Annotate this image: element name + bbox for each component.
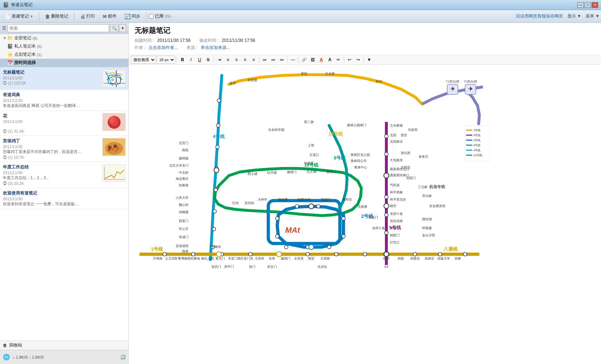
toolbar-separator-3 <box>146 12 146 21</box>
align-indent-button[interactable]: ⇥ <box>215 56 223 64</box>
new-note-button[interactable]: 📄 新建笔记 ▼ <box>1 12 36 21</box>
svg-text:回龙观: 回龙观 <box>248 78 257 82</box>
svg-text:八通线: 八通线 <box>443 246 458 252</box>
hr-button[interactable]: — <box>289 56 297 64</box>
note-date-4: 2011/11/30 <box>3 144 100 149</box>
svg-point-43 <box>438 252 442 256</box>
strikethrough-button[interactable]: S <box>204 56 212 64</box>
webpage-clip-link[interactable]: 试试用网页剪报保存网页 <box>516 13 563 19</box>
redo-button[interactable]: ↪ <box>354 56 362 64</box>
bold-button[interactable]: B <box>179 56 186 64</box>
note-item-5[interactable]: 年度工作总结 2011/11/30 年度工作总结：1... 2... 3... … <box>0 162 128 188</box>
source-value[interactable]: 单击添加来源... <box>201 45 230 50</box>
sidebar-refresh-icon[interactable]: 🔄 <box>121 355 126 359</box>
usage-checkbox[interactable] <box>149 14 153 19</box>
font-size-select[interactable]: 18 px 12 px 14 px <box>157 56 175 64</box>
svg-text:崔各庄: 崔各庄 <box>419 155 428 158</box>
minimize-button[interactable]: — <box>577 2 584 8</box>
sidebar-item-private-notes[interactable]: 📓 私人笔记本 (5) <box>0 42 128 50</box>
svg-text:巴沟: 巴沟 <box>232 201 239 205</box>
sidebar-item-all-notes[interactable]: ▼ 📁 全部笔记 (6) <box>0 34 128 42</box>
author-value[interactable]: 点击添加作者... <box>148 45 178 50</box>
list-outdent-button[interactable]: ≔ <box>278 56 286 64</box>
svg-text:万寿路: 万寿路 <box>153 257 162 260</box>
sync-button[interactable]: 🔄 同步 <box>121 12 143 21</box>
align-center-button[interactable]: ≡ <box>233 56 240 64</box>
delete-note-button[interactable]: 🗑 删除笔记 <box>42 12 72 21</box>
note-meta-4: ⓵ (1) 10.7K <box>3 155 100 159</box>
svg-text:柳芳: 柳芳 <box>390 204 396 208</box>
svg-text:建国门: 建国门 <box>280 257 290 260</box>
sidebar-item-starred[interactable]: ⭐ 点划笔记本 (1) <box>0 50 128 59</box>
note-info-row-1: 创建时间： 2011/11/30 17:56 修改时间： 2011/11/30 … <box>135 38 595 44</box>
svg-text:双桥: 双桥 <box>455 257 461 260</box>
svg-text:东四十条: 东四十条 <box>390 212 403 216</box>
svg-text:龙泽: 龙泽 <box>229 82 236 85</box>
highlight-button[interactable]: A <box>326 56 334 64</box>
delete-icon: 🗑 <box>45 14 50 19</box>
more-button[interactable]: ▼ <box>365 56 373 64</box>
svg-point-68 <box>275 217 279 220</box>
svg-text:大屯路东: 大屯路东 <box>390 158 403 162</box>
link-button[interactable]: 🔗 <box>300 56 308 64</box>
svg-point-17 <box>116 147 119 150</box>
align-left-button[interactable]: ≡ <box>224 56 232 64</box>
align-right-button[interactable]: ≡ <box>241 56 249 64</box>
svg-point-50 <box>385 231 388 235</box>
main-menu[interactable]: 菜单 ▼ <box>586 13 600 19</box>
svg-point-16 <box>111 148 114 151</box>
sidebar-item-time-select[interactable]: 📅 按时间选择 <box>0 59 128 67</box>
email-button[interactable]: ✉ 邮件 <box>99 12 120 21</box>
svg-text:13号线: 13号线 <box>328 131 343 137</box>
note-item-1[interactable]: 无标题笔记 2011/11/30 ⓵ (1) 123.5K <box>0 67 128 90</box>
svg-text:三元桥: 三元桥 <box>418 185 427 189</box>
display-menu[interactable]: 显示 ▼ <box>567 13 581 19</box>
list-ordered-button[interactable]: ≔ <box>261 56 269 64</box>
svg-text:中关村: 中关村 <box>179 171 189 174</box>
note-item-3[interactable]: 花 2011/11/30 ⓵ (1) 31.4K <box>0 111 128 136</box>
list-unordered-button[interactable]: ≔ <box>269 56 277 64</box>
svg-text:五道口: 五道口 <box>309 153 319 157</box>
svg-point-40 <box>363 252 367 256</box>
svg-text:芍药居: 芍药居 <box>390 183 400 187</box>
search-dropdown-button[interactable]: ▼ <box>119 24 126 32</box>
undo-button[interactable]: ↩ <box>346 56 353 64</box>
italic-button[interactable]: I <box>187 56 195 64</box>
svg-point-192 <box>309 204 314 209</box>
search-input[interactable] <box>8 24 109 32</box>
underline-button[interactable]: U <box>196 56 204 64</box>
search-button[interactable]: 🔍 <box>110 24 118 32</box>
svg-text:XX: XX <box>384 265 389 269</box>
app-title: 有道云笔记 <box>11 2 33 8</box>
svg-text:呼家楼: 呼家楼 <box>422 226 432 230</box>
note-item-4[interactable]: 宫保鸡丁 2011/11/30 宫爆鸡丁原来是不叫宫爆鸡丁的，应该是宫保鸡丁的.… <box>0 136 128 162</box>
note-item-6[interactable]: 欢迎使用有道笔记 2011/11/30 欢迎来到有道笔记 一一免费，可在桌面版、… <box>0 188 128 209</box>
eraser-button[interactable]: ✏ <box>334 56 342 64</box>
svg-text:森林公园南门: 森林公园南门 <box>347 123 366 127</box>
sidebar: ☰ 🔍 ▼ ▼ 📁 全部笔记 (6) 📓 私人笔记本 (5) ⭐ 点划笔记本 <box>0 23 129 364</box>
svg-text:大望路: 大望路 <box>320 257 330 260</box>
sidebar-item-recycle[interactable]: 🗑 回收站 <box>0 340 128 350</box>
note-item-2[interactable]: 有道词典 2011/11/30 有道桌面词典是 网易 公司开发的一款翻译软件，有… <box>0 90 128 111</box>
align-justify-button[interactable]: ≡ <box>250 56 258 64</box>
svg-point-193 <box>214 168 219 173</box>
text-color-button[interactable]: A <box>317 56 325 64</box>
svg-text:T3航站楼: T3航站楼 <box>464 80 477 83</box>
svg-text:农业展览馆: 农业展览馆 <box>429 204 445 208</box>
print-button[interactable]: 🖨 打印 <box>77 12 98 21</box>
net-speed: ↓ 1.8K/S ↑ 1.6K/S <box>13 355 44 359</box>
svg-point-11 <box>109 116 115 123</box>
svg-point-34 <box>191 252 195 256</box>
image-button[interactable]: 🖼 <box>309 56 317 64</box>
note-body[interactable]: ✈ T2航站楼 ✈ T3航站楼 <box>129 65 601 364</box>
maximize-button[interactable]: □ <box>585 2 591 8</box>
svg-point-58 <box>212 227 216 231</box>
beijing-metro-svg: ✈ T2航站楼 ✈ T3航站楼 <box>129 65 490 272</box>
font-family-select[interactable]: 微软雅黑 宋体 Arial <box>131 56 156 64</box>
svg-text:北苑路北: 北苑路北 <box>390 140 403 143</box>
svg-text:光熙门: 光熙门 <box>406 176 416 180</box>
svg-point-63 <box>342 235 345 238</box>
sidebar-collapse-icon[interactable]: ☰ <box>2 26 6 31</box>
svg-point-194 <box>309 245 314 250</box>
close-button[interactable]: ✕ <box>592 2 598 8</box>
